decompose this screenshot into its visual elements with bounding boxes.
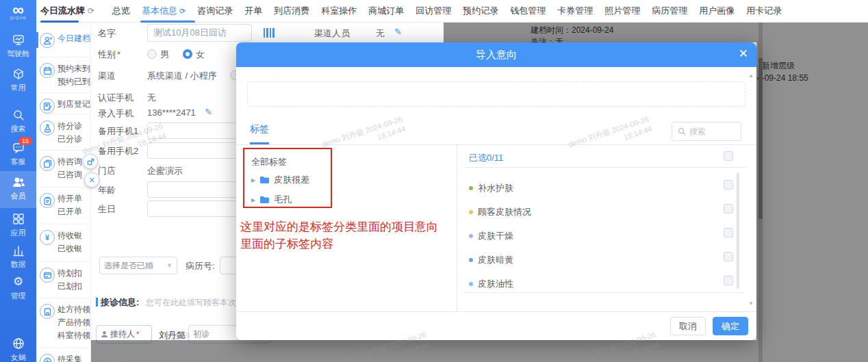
tree-node-bad-skin[interactable]: ▶ 皮肤很差 bbox=[251, 174, 309, 186]
clipboard-icon bbox=[40, 193, 55, 208]
list-scrollbar[interactable] bbox=[737, 172, 739, 289]
sidebar-item-search[interactable]: 搜索 bbox=[0, 108, 36, 133]
confirm-button[interactable]: 确定 bbox=[713, 317, 748, 335]
tab-tags[interactable]: 标签 bbox=[250, 123, 269, 135]
store-label: 门店 bbox=[98, 165, 116, 177]
tag-dot bbox=[469, 186, 473, 190]
queue-item-checkin[interactable]: 到店登记 bbox=[36, 98, 91, 114]
tab-wallet[interactable]: 钱包管理 bbox=[510, 0, 546, 23]
radio-unchecked-icon bbox=[147, 49, 157, 59]
board-refresh-icon[interactable]: ⟳ bbox=[88, 6, 94, 16]
sidebar-item-support[interactable]: 15 客服 bbox=[0, 141, 36, 166]
marital-select[interactable]: 选择是否已婚▼ bbox=[99, 257, 177, 274]
tag-search-box[interactable] bbox=[672, 122, 741, 141]
backup-phone1-label: 备用手机1 bbox=[98, 125, 138, 138]
tag-item[interactable]: 顾客皮肤情况 bbox=[469, 206, 531, 218]
tab-followup[interactable]: 回访管理 bbox=[416, 0, 451, 23]
tab-overview[interactable]: 总览 bbox=[112, 0, 130, 23]
tab-card-usage[interactable]: 用卡记录 bbox=[746, 0, 782, 23]
tab-consult-records[interactable]: 咨询记录 bbox=[197, 0, 233, 23]
person-icon bbox=[101, 331, 108, 338]
divider bbox=[463, 292, 745, 293]
barcode-icon[interactable] bbox=[264, 28, 275, 38]
modal-header: 导入意向 ✕ bbox=[236, 42, 756, 67]
triage-icon bbox=[40, 120, 55, 135]
queue-item-billing[interactable]: 待开单已开单 bbox=[36, 192, 91, 218]
sidebar-item-nuwa[interactable]: 女娲 bbox=[0, 337, 36, 362]
sidebar-item-apps[interactable]: 应用 bbox=[0, 212, 36, 237]
scroll-down-icon[interactable]: ▼ bbox=[748, 300, 754, 307]
mini-window-button[interactable] bbox=[83, 154, 98, 169]
tree-root-label: 全部标签 bbox=[251, 156, 287, 168]
tag-item[interactable]: 补水护肤 bbox=[469, 182, 513, 194]
tag-item[interactable]: 皮肤暗黄 bbox=[469, 254, 513, 266]
tab-department-ops[interactable]: 科室操作 bbox=[321, 0, 357, 23]
caret-right-icon[interactable]: ▶ bbox=[251, 197, 255, 203]
store-value: 企蜜演示 bbox=[147, 165, 183, 177]
card-icon bbox=[40, 268, 55, 283]
folder-icon bbox=[259, 196, 270, 204]
birthday-label: 生日 bbox=[98, 203, 116, 216]
tag-item[interactable]: 皮肤油性 bbox=[469, 278, 513, 290]
selected-tags-dropzone[interactable] bbox=[247, 81, 745, 107]
tag-dot bbox=[469, 258, 473, 262]
tag-checkbox[interactable] bbox=[724, 252, 733, 261]
modal-panes: 全部标签 ▶ 皮肤很差 ▶ 毛孔 这里对应的是标签分类里面的项目意向里面的子标签… bbox=[236, 145, 756, 311]
name-input[interactable]: 测试10月08日回访 bbox=[147, 24, 252, 42]
sidebar-item-common[interactable]: 常用 bbox=[0, 67, 36, 92]
calendar-icon bbox=[40, 63, 55, 78]
tree-node-pores[interactable]: ▶ 毛孔 bbox=[251, 194, 292, 206]
tab-photos[interactable]: 照片管理 bbox=[604, 0, 640, 23]
auth-phone-label: 认证手机 bbox=[98, 92, 133, 104]
edit-entry-phone-icon[interactable]: ✎ bbox=[205, 107, 212, 117]
tab-medical-records[interactable]: 病历管理 bbox=[652, 0, 687, 23]
tag-dot bbox=[469, 234, 473, 238]
modal-footer: 取消 确定 bbox=[236, 311, 756, 340]
queue-item-cashier[interactable]: ¥ 待收银已收银 bbox=[36, 229, 91, 255]
sidebar-item-cockpit[interactable]: 驾驶舱 bbox=[0, 33, 36, 58]
tab-appointments[interactable]: 预约记录 bbox=[463, 0, 498, 23]
tab-mall-orders[interactable]: 商城订单 bbox=[368, 0, 404, 23]
import-intent-modal: 导入意向 ✕ ▲ 标签 全部标签 ▶ 皮肤很差 ▶ bbox=[236, 42, 756, 340]
primary-sidebar: ∞ QIQUE 驾驶舱 常用 搜索 15 客服 bbox=[0, 0, 36, 362]
members-icon bbox=[0, 175, 36, 189]
tab-billing[interactable]: 开单 bbox=[244, 0, 262, 23]
edit-channel-staff-icon[interactable]: ✎ bbox=[394, 27, 402, 37]
select-all-checkbox[interactable] bbox=[724, 151, 733, 161]
tag-checkbox[interactable] bbox=[724, 204, 733, 214]
queue-item-today-filed[interactable]: 今日建档 bbox=[36, 32, 91, 48]
caret-right-icon[interactable]: ▶ bbox=[251, 177, 255, 183]
gender-label: 性别* bbox=[98, 49, 120, 61]
board-title: 今日流水牌 bbox=[40, 5, 85, 17]
queue-item-appointments[interactable]: 预约未到预约已到 bbox=[36, 62, 91, 88]
sidebar-item-settings[interactable]: ⚙ 管理 bbox=[0, 275, 36, 300]
yuan-coin-icon: ¥ bbox=[40, 230, 55, 245]
tag-item[interactable]: 皮肤干燥 bbox=[469, 230, 513, 242]
tab-store-consumption[interactable]: 到店消费 bbox=[274, 0, 309, 23]
board-title-block: 今日流水牌 ⟳ bbox=[40, 0, 94, 23]
close-helper-button[interactable]: ✕ bbox=[84, 172, 99, 188]
queue-item-deduction[interactable]: 待划扣已划扣 bbox=[36, 267, 91, 293]
reception-info-title: 接诊信息: bbox=[101, 296, 139, 309]
modal-close-icon[interactable]: ✕ bbox=[739, 47, 748, 61]
tab-user-profile[interactable]: 用户画像 bbox=[699, 0, 735, 23]
sidebar-item-members[interactable]: 会员 bbox=[0, 171, 36, 208]
tag-checkbox[interactable] bbox=[724, 228, 733, 237]
queue-item-collect[interactable]: 待采集 bbox=[36, 353, 91, 362]
gear-icon: ⚙ bbox=[0, 275, 36, 289]
scroll-up-icon[interactable]: ▲ bbox=[748, 73, 754, 79]
queue-item-triage[interactable]: 待分诊已分诊 bbox=[36, 120, 91, 146]
channel-staff-label: 渠道人员 bbox=[314, 27, 350, 40]
queue-item-pickup[interactable]: 处方待领产品待领科室待领 bbox=[36, 303, 91, 342]
tab-basic-info[interactable]: 基本信息⟳ bbox=[142, 0, 186, 23]
tag-search-input[interactable] bbox=[689, 127, 733, 136]
tag-checkbox[interactable] bbox=[724, 180, 733, 190]
entry-phone-label: 录入手机 bbox=[98, 107, 133, 120]
tab-coupons[interactable]: 卡券管理 bbox=[557, 0, 593, 23]
tag-checkbox[interactable] bbox=[724, 276, 733, 285]
gender-male-radio[interactable]: 男 bbox=[147, 49, 169, 61]
gender-female-radio[interactable]: 女 bbox=[183, 49, 205, 61]
sidebar-item-data[interactable]: 数据 bbox=[0, 244, 36, 269]
annotation-note: 这里对应的是标签分类里面的项目意向里面的子标签内容 bbox=[240, 218, 473, 253]
cancel-button[interactable]: 取消 bbox=[670, 317, 706, 335]
